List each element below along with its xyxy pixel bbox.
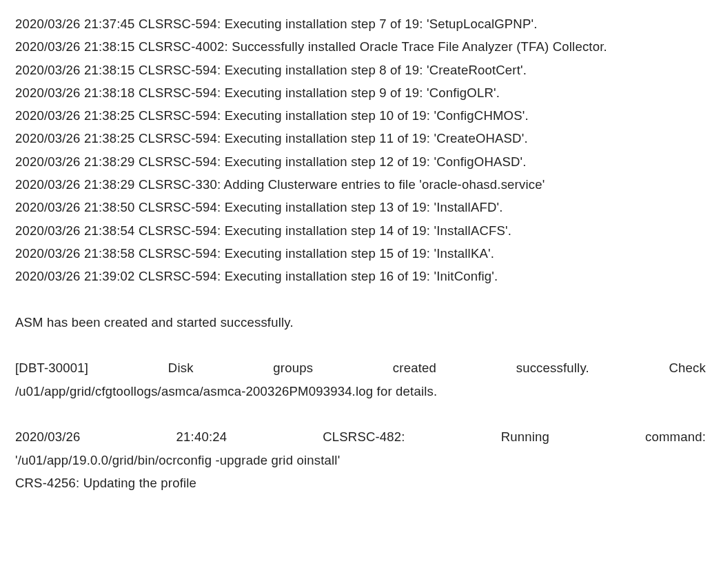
crs-status: CRS-4256: Updating the profile bbox=[15, 472, 706, 494]
log-line: 2020/03/26 21:39:02 CLSRSC-594: Executin… bbox=[15, 265, 706, 287]
log-line: '/u01/app/19.0.0/grid/bin/ocrconfig -upg… bbox=[15, 449, 706, 472]
log-line: 2020/03/26 21:38:18 CLSRSC-594: Executin… bbox=[15, 81, 706, 104]
log-line: 2020/03/26 21:38:29 CLSRSC-594: Executin… bbox=[15, 150, 706, 173]
log-line: 2020/03/26 21:38:54 CLSRSC-594: Executin… bbox=[15, 219, 706, 242]
log-line: 2020/03/26 21:38:25 CLSRSC-594: Executin… bbox=[15, 127, 706, 150]
log-line: 2020/03/26 21:38:25 CLSRSC-594: Executin… bbox=[15, 104, 706, 127]
blank-line bbox=[15, 288, 706, 311]
log-line: 2020/03/26 21:38:15 CLSRSC-4002: Success… bbox=[15, 35, 706, 58]
log-line: 2020/03/26 21:38:50 CLSRSC-594: Executin… bbox=[15, 196, 706, 219]
log-line: 2020/03/26 21:40:24 CLSRSC-482: Running … bbox=[15, 425, 706, 448]
log-line: 2020/03/26 21:38:29 CLSRSC-330: Adding C… bbox=[15, 173, 706, 196]
blank-line bbox=[15, 403, 706, 425]
asm-status: ASM has been created and started success… bbox=[15, 311, 706, 334]
log-line: /u01/app/grid/cfgtoollogs/asmca/asmca-20… bbox=[15, 380, 706, 403]
log-line: 2020/03/26 21:37:45 CLSRSC-594: Executin… bbox=[15, 12, 706, 35]
log-output: 2020/03/26 21:37:45 CLSRSC-594: Executin… bbox=[15, 12, 706, 494]
log-line: [DBT-30001] Disk groups created successf… bbox=[15, 356, 706, 379]
log-line: 2020/03/26 21:38:58 CLSRSC-594: Executin… bbox=[15, 242, 706, 265]
dbt-message: [DBT-30001] Disk groups created successf… bbox=[15, 356, 706, 403]
command-message: 2020/03/26 21:40:24 CLSRSC-482: Running … bbox=[15, 425, 706, 472]
log-line: 2020/03/26 21:38:15 CLSRSC-594: Executin… bbox=[15, 59, 706, 81]
blank-line bbox=[15, 334, 706, 356]
